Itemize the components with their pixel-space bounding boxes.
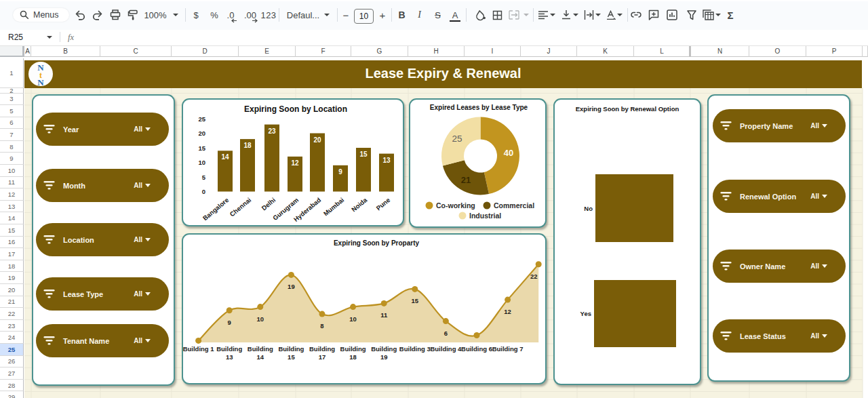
svg-text:Commercial: Commercial — [494, 201, 534, 210]
svg-text:Yes: Yes — [580, 310, 591, 317]
svg-text:5: 5 — [202, 174, 206, 181]
svg-text:Expiring Soon by Renewal Optio: Expiring Soon by Renewal Option — [576, 105, 679, 113]
svg-text:Building 7: Building 7 — [492, 345, 524, 353]
svg-text:15: 15 — [198, 144, 205, 152]
svg-text:Noida: Noida — [350, 196, 369, 214]
svg-text:20: 20 — [313, 136, 321, 144]
svg-text:Building 3: Building 3 — [399, 345, 431, 353]
svg-text:Building 6: Building 6 — [461, 345, 492, 353]
svg-text:Building18: Building18 — [340, 345, 366, 361]
svg-text:25: 25 — [198, 115, 205, 123]
svg-text:Building17: Building17 — [309, 345, 335, 361]
svg-text:Chennai: Chennai — [229, 196, 253, 218]
svg-text:13: 13 — [382, 157, 391, 164]
svg-text:11: 11 — [380, 311, 388, 319]
svg-text:9: 9 — [338, 168, 342, 176]
svg-text:23: 23 — [268, 127, 276, 135]
svg-text:19: 19 — [288, 283, 295, 290]
svg-text:Building14: Building14 — [248, 345, 273, 361]
svg-text:20: 20 — [198, 130, 205, 137]
svg-text:Industrial: Industrial — [469, 212, 501, 220]
svg-text:10: 10 — [198, 159, 205, 166]
svg-text:25: 25 — [452, 134, 462, 144]
svg-text:9: 9 — [228, 319, 231, 326]
svg-text:Co-working: Co-working — [436, 201, 475, 210]
svg-text:40: 40 — [504, 148, 513, 158]
svg-text:21: 21 — [461, 175, 471, 185]
svg-text:Building 4: Building 4 — [430, 345, 462, 353]
svg-text:Expiring Soon by Location: Expiring Soon by Location — [244, 104, 347, 114]
svg-text:10: 10 — [257, 315, 264, 323]
svg-text:Building15: Building15 — [278, 345, 304, 361]
svg-text:Delhi: Delhi — [260, 196, 277, 212]
svg-text:Pune: Pune — [374, 196, 391, 212]
svg-text:12: 12 — [291, 159, 299, 167]
svg-text:Building 1: Building 1 — [183, 345, 215, 353]
svg-text:Building19: Building19 — [371, 345, 397, 361]
svg-text:Bangalore: Bangalore — [201, 196, 231, 222]
svg-text:15: 15 — [412, 297, 419, 304]
svg-text:Expiring Soon by Proparty: Expiring Soon by Proparty — [334, 239, 420, 247]
svg-text:14: 14 — [221, 153, 229, 161]
svg-text:0: 0 — [202, 188, 205, 195]
svg-text:8: 8 — [320, 322, 323, 330]
svg-text:Building13: Building13 — [216, 345, 242, 361]
svg-text:Expired Leases by Lease Type: Expired Leases by Lease Type — [430, 104, 528, 111]
svg-text:6: 6 — [444, 330, 448, 337]
svg-text:15: 15 — [359, 151, 368, 158]
svg-text:No: No — [584, 205, 593, 212]
svg-text:12: 12 — [504, 308, 511, 315]
svg-text:Mumbai: Mumbai — [322, 196, 346, 217]
svg-text:22: 22 — [530, 273, 538, 280]
svg-text:18: 18 — [243, 142, 252, 149]
svg-text:10: 10 — [349, 315, 357, 323]
